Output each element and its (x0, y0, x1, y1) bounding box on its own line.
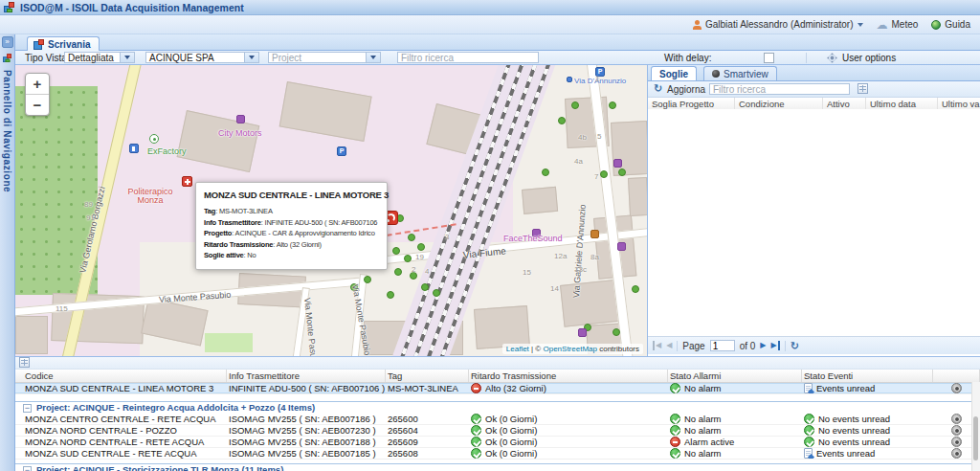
status-ok-icon (670, 383, 680, 393)
map-tooltip-body: Tag: MS-MOT-3LINEAInfo Trasmettitore: IN… (204, 206, 379, 261)
tab-smartview[interactable]: Smartview (703, 66, 777, 80)
cell-stato-allarmi: No alarm (668, 383, 802, 393)
tooltip-title: MONZA SUD CENTRALE - LINEA MOTORE 3 (204, 190, 379, 200)
group-collapse-button[interactable]: − (23, 466, 32, 471)
tab-soglie[interactable]: Soglie (651, 66, 697, 80)
group-collapse-button[interactable]: − (23, 404, 32, 413)
cell-stato-eventi: No events unread (802, 414, 933, 424)
nav-panel-title: Pannello di Navigazione (2, 70, 12, 192)
table-row[interactable]: MONZA NORD CENTRALE - POZZOISOMAG MV255 … (15, 425, 980, 437)
tipo-vista-combo[interactable]: Dettagliata (64, 52, 135, 63)
first-page-button[interactable]: ◀ (653, 341, 661, 350)
cafe-icon (590, 230, 599, 238)
export-grid-icon[interactable] (858, 83, 868, 94)
table-row[interactable]: MONZA SUD CENTRALE - RETE ACQUAISOMAG MV… (15, 448, 980, 460)
user-icon (692, 20, 702, 30)
snapshot-icon[interactable] (951, 425, 962, 436)
smartview-icon (712, 70, 720, 78)
status-ok-icon (670, 425, 680, 436)
snapshot-icon[interactable] (951, 437, 962, 447)
user-options-button[interactable]: User options (842, 53, 896, 63)
cell-info-trasmettitore: ISOMAG MV255 ( SN: AEB007188 ) (227, 437, 386, 447)
expand-nav-button[interactable]: » (2, 36, 13, 48)
map-house-number: 1 (595, 75, 599, 83)
next-page-button[interactable]: ▶ (760, 341, 766, 350)
shop-icon (578, 328, 587, 337)
with-delay-checkbox[interactable] (764, 53, 774, 63)
map-tooltip: MONZA SUD CENTRALE - LINEA MOTORE 3 Tag:… (195, 182, 388, 270)
fuel-icon (129, 144, 139, 153)
cell-tag: 265600 (386, 414, 469, 424)
group-label: Project: ACINQUE - Storicizzazione TLR M… (36, 464, 283, 471)
cell-ritardo: Ok (0 Giorni) (469, 448, 668, 459)
scrollbar-thumb[interactable] (973, 416, 978, 460)
combo-trigger-icon[interactable] (120, 53, 134, 62)
map-tree-icon (571, 101, 579, 109)
table-row[interactable]: MONZA NORD CENTRALE - RETE ACQUAISOMAG M… (15, 437, 980, 448)
export-grid-icon[interactable] (19, 357, 30, 368)
map-tree-icon (421, 283, 429, 291)
combo-trigger-icon[interactable] (244, 53, 258, 62)
column-header[interactable] (933, 370, 980, 382)
column-header[interactable]: Tag (386, 370, 469, 382)
cell-stato-allarmi: No alarm (668, 425, 802, 436)
shop-icon (613, 159, 622, 168)
project-combo[interactable]: Project (268, 52, 381, 63)
app-icon (4, 2, 15, 13)
column-header[interactable]: Stato Allarmi (668, 370, 802, 382)
map-building (522, 187, 558, 214)
refresh-icon[interactable]: ↻ (654, 83, 662, 94)
soglie-toolbar: ↻ Aggiorna (648, 81, 980, 98)
map-tree-icon (618, 168, 626, 176)
map-tree-icon (408, 234, 415, 241)
cell-stato-eventi: Events unread (802, 383, 933, 393)
map-house-number: 14 (550, 284, 559, 293)
page-input[interactable] (710, 340, 735, 351)
tooltip-field: Soglie attive: No (204, 250, 379, 261)
map-building (628, 177, 647, 216)
soglie-filter-input[interactable] (709, 83, 850, 95)
snapshot-icon[interactable] (951, 383, 962, 393)
workspace-tabstrip: Scrivania (15, 34, 980, 51)
status-ok-icon (471, 448, 481, 459)
table-row[interactable]: MONZA SUD CENTRALE - LINEA MOTORE 3INFIN… (15, 383, 980, 394)
column-header[interactable]: Info Trasmettitore (227, 370, 386, 382)
gear-icon (829, 55, 835, 61)
snapshot-icon[interactable] (951, 414, 962, 424)
meteo-button[interactable]: ☁ Meteo (877, 19, 919, 30)
page-label: Page (682, 341, 704, 351)
combo-trigger-icon[interactable] (366, 53, 380, 62)
tooltip-field: Info Trasmettitore: INFINITE ADU-500 ( S… (204, 217, 379, 229)
zoom-in-button[interactable]: + (26, 74, 49, 94)
cell-ritardo: Ok (0 Giorni) (469, 414, 668, 424)
snapshot-icon[interactable] (951, 448, 962, 459)
azienda-combo[interactable]: ACINQUE SPA (145, 52, 259, 63)
user-menu[interactable]: Galbiati Alessandro (Administrator) (692, 19, 863, 30)
column-header[interactable]: Codice (15, 370, 227, 382)
cell-codice: MONZA SUD CENTRALE - LINEA MOTORE 3 (15, 383, 227, 393)
map-canvas[interactable]: PP City MotorsExFactoryPoliterapico Monz… (15, 65, 647, 356)
filtro-ricerca-input[interactable] (397, 52, 539, 63)
parking-icon: P (337, 146, 346, 156)
paging-refresh-icon[interactable]: ↻ (791, 341, 799, 351)
tab-scrivania[interactable]: Scrivania (27, 36, 100, 51)
map-house-number: 19 (415, 253, 424, 261)
table-row[interactable]: MONZA CENTRO CENTRALE - RETE ACQUAISOMAG… (15, 414, 980, 425)
column-header[interactable]: Ritardo Trasmissione (469, 370, 668, 382)
guida-button[interactable]: Guida (931, 19, 970, 30)
status-ok-icon (670, 414, 680, 424)
prev-page-button[interactable]: ◀ (666, 341, 672, 350)
last-page-button[interactable]: ▶ (771, 341, 780, 350)
map-street-label: Via Monte Pasubio (159, 290, 232, 304)
zoom-out-button[interactable]: − (26, 94, 49, 115)
osm-link[interactable]: OpenStreetMap (543, 345, 596, 353)
map-tree-icon (387, 291, 394, 299)
column-header[interactable]: Stato Eventi (802, 370, 933, 382)
leaflet-link[interactable]: Leaflet (506, 345, 529, 353)
aggiorna-button[interactable]: Aggiorna (667, 84, 705, 95)
map-street-label: City Motors (218, 128, 262, 138)
grid-scrollbar[interactable] (971, 382, 980, 471)
status-ok-icon (804, 425, 814, 436)
cell-stato-eventi: Events unread (802, 448, 933, 459)
group-row: −Project: ACINQUE - Storicizzazione TLR … (15, 463, 980, 471)
